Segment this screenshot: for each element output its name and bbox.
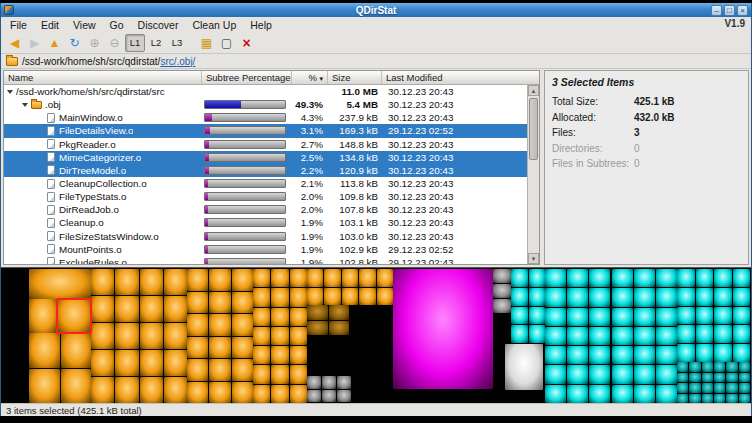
treemap-tile[interactable] bbox=[140, 269, 163, 295]
treemap-tile[interactable] bbox=[589, 346, 610, 364]
treemap-tile[interactable] bbox=[324, 288, 340, 306]
column-header-percent[interactable]: % ▾ bbox=[292, 71, 328, 84]
treemap-tile[interactable] bbox=[290, 327, 307, 345]
treemap-tile[interactable] bbox=[589, 365, 610, 383]
title-bar[interactable]: QDirStat –□× bbox=[1, 3, 751, 17]
column-header-last-modified[interactable]: Last Modified bbox=[382, 71, 482, 84]
treemap-tile[interactable] bbox=[29, 333, 60, 368]
treemap-tile[interactable] bbox=[634, 385, 655, 403]
scrollbar-down-arrow[interactable]: ▼ bbox=[528, 253, 539, 264]
treemap-tile[interactable] bbox=[290, 346, 307, 364]
treemap-tile[interactable] bbox=[545, 365, 566, 383]
treemap-tile[interactable] bbox=[271, 365, 288, 383]
treemap-tile[interactable] bbox=[359, 269, 375, 287]
column-header-subtree-percentage[interactable]: Subtree Percentage bbox=[202, 71, 292, 84]
treemap-tile[interactable] bbox=[589, 288, 610, 306]
treemap-tile[interactable] bbox=[689, 383, 700, 393]
table-row[interactable]: FileDetailsView.o3.1%169.3 kB29.12.23 02… bbox=[4, 124, 527, 137]
treemap-tile[interactable] bbox=[612, 269, 633, 287]
treemap-tile[interactable] bbox=[567, 385, 588, 403]
treemap-tile[interactable] bbox=[307, 390, 321, 403]
treemap-tile[interactable] bbox=[714, 383, 725, 393]
treemap-tile[interactable] bbox=[529, 288, 546, 306]
menu-view[interactable]: View bbox=[66, 18, 103, 32]
treemap-tile[interactable] bbox=[689, 373, 700, 383]
treemap-tile[interactable] bbox=[656, 365, 677, 383]
treemap-tile[interactable] bbox=[115, 377, 138, 403]
treemap-tile[interactable] bbox=[529, 307, 546, 325]
treemap-tile[interactable] bbox=[307, 269, 323, 287]
treemap-tile[interactable] bbox=[271, 288, 288, 306]
column-header-name[interactable]: Name bbox=[4, 71, 202, 84]
treemap-tile[interactable] bbox=[115, 269, 138, 295]
table-row[interactable]: PkgReader.o2.7%148.8 kB30.12.23 20:43 bbox=[4, 138, 527, 151]
treemap-tile[interactable] bbox=[733, 288, 751, 306]
table-row[interactable]: MountPoints.o1.9%102.9 kB29.12.23 02:52 bbox=[4, 243, 527, 256]
treemap-tile[interactable] bbox=[702, 394, 713, 404]
treemap-tile[interactable] bbox=[589, 385, 610, 403]
menu-discover[interactable]: Discover bbox=[131, 18, 186, 32]
treemap-tile[interactable] bbox=[505, 344, 543, 390]
treemap-tile[interactable] bbox=[511, 325, 528, 343]
treemap-tile[interactable] bbox=[91, 350, 114, 376]
treemap-tile[interactable] bbox=[612, 365, 633, 383]
treemap-tile[interactable] bbox=[634, 365, 655, 383]
treemap-tile[interactable] bbox=[567, 327, 588, 345]
table-row[interactable]: Cleanup.o1.9%103.1 kB30.12.23 20:43 bbox=[4, 216, 527, 229]
treemap-tile[interactable] bbox=[271, 385, 288, 403]
treemap-tile[interactable] bbox=[511, 288, 528, 306]
reload-icon[interactable]: ↻ bbox=[65, 34, 84, 52]
treemap-tile[interactable] bbox=[733, 325, 751, 343]
treemap-tile[interactable] bbox=[726, 373, 737, 383]
treemap-tile[interactable] bbox=[253, 346, 270, 364]
treemap-tile[interactable] bbox=[209, 292, 230, 314]
treemap-tile[interactable] bbox=[612, 346, 633, 364]
table-row[interactable]: CleanupCollection.o2.1%113.8 kB30.12.23 … bbox=[4, 177, 527, 190]
treemap-tile[interactable] bbox=[140, 350, 163, 376]
treemap-tile[interactable] bbox=[696, 269, 714, 287]
treemap-tile[interactable] bbox=[696, 344, 714, 362]
treemap-tile[interactable] bbox=[511, 307, 528, 325]
treemap-tile[interactable] bbox=[689, 394, 700, 404]
treemap-tile[interactable] bbox=[702, 373, 713, 383]
treemap-tile[interactable] bbox=[726, 383, 737, 393]
treemap-tile[interactable] bbox=[324, 269, 340, 287]
treemap-tile[interactable] bbox=[656, 288, 677, 306]
treemap-tile[interactable] bbox=[612, 327, 633, 345]
treemap-tile[interactable] bbox=[689, 362, 700, 372]
table-row[interactable]: DirReadJob.o2.0%107.8 kB30.12.23 20:43 bbox=[4, 203, 527, 216]
expand-arrow-icon[interactable] bbox=[22, 103, 28, 107]
table-row[interactable]: ExcludeRules.o1.9%102.8 kB29.12.23 02:43 bbox=[4, 256, 527, 264]
treemap-tile[interactable] bbox=[187, 269, 208, 291]
menu-go[interactable]: Go bbox=[103, 18, 131, 32]
treemap-tile[interactable] bbox=[634, 288, 655, 306]
treemap-tile[interactable] bbox=[493, 284, 511, 298]
treemap-tile[interactable] bbox=[545, 346, 566, 364]
treemap-tile[interactable] bbox=[232, 382, 253, 404]
forward-icon[interactable]: ▶ bbox=[25, 34, 44, 52]
table-row[interactable]: /ssd-work/home/sh/src/qdirstat/src11.0 M… bbox=[4, 85, 527, 98]
treemap-tile[interactable] bbox=[164, 323, 187, 349]
treemap-tile[interactable] bbox=[714, 362, 725, 372]
treemap-tile[interactable] bbox=[377, 269, 393, 287]
package-view-icon[interactable]: ▦ bbox=[197, 34, 216, 52]
treemap-tile[interactable] bbox=[290, 385, 307, 403]
treemap-tile[interactable] bbox=[612, 288, 633, 306]
treemap-tile[interactable] bbox=[677, 383, 688, 393]
menu-help[interactable]: Help bbox=[243, 18, 279, 32]
treemap-tile[interactable] bbox=[677, 344, 695, 362]
treemap-tile[interactable] bbox=[329, 305, 350, 320]
treemap-tile[interactable] bbox=[232, 359, 253, 381]
treemap-tile[interactable] bbox=[253, 385, 270, 403]
treemap-tile[interactable] bbox=[714, 269, 732, 287]
menu-edit[interactable]: Edit bbox=[34, 18, 66, 32]
treemap-tile[interactable] bbox=[634, 308, 655, 326]
table-row[interactable]: MimeCategorizer.o2.5%134.8 kB30.12.23 20… bbox=[4, 151, 527, 164]
treemap-tile[interactable] bbox=[307, 376, 321, 389]
treemap-tile[interactable] bbox=[29, 269, 91, 299]
treemap-tile[interactable] bbox=[337, 376, 351, 389]
table-row[interactable]: MainWindow.o4.3%237.9 kB30.12.23 20:43 bbox=[4, 111, 527, 124]
treemap-tile[interactable] bbox=[164, 269, 187, 295]
treemap-tile[interactable] bbox=[702, 362, 713, 372]
treemap-tile[interactable] bbox=[290, 269, 307, 287]
